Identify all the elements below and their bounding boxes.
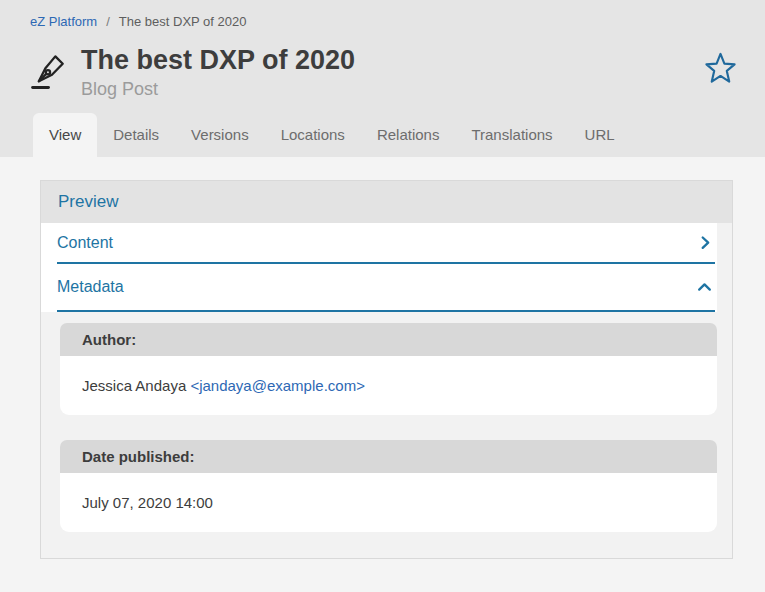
field-author: Author: Jessica Andaya <jandaya@example.… [60,323,717,415]
field-date-published-label: Date published: [60,440,717,473]
metadata-fields: Author: Jessica Andaya <jandaya@example.… [41,312,717,558]
pen-nib-icon [30,50,68,94]
preview-panel: Preview Content Metadata [40,180,733,559]
author-email-link[interactable]: <jandaya@example.com> [190,377,365,394]
field-author-label: Author: [60,323,717,356]
breadcrumb-home-link[interactable]: eZ Platform [30,14,97,29]
section-toggle-metadata-label: Metadata [57,278,124,296]
preview-panel-title: Preview [41,181,732,223]
field-author-value: Jessica Andaya <jandaya@example.com> [60,356,717,415]
tab-bar: View Details Versions Locations Relation… [33,113,765,157]
field-date-published: Date published: July 07, 2020 14:00 [60,440,717,532]
section-toggle-content-label: Content [57,234,113,252]
section-toggle-metadata[interactable]: Metadata [57,264,715,312]
content-type-label: Blog Post [81,79,355,100]
chevron-right-icon [698,235,712,250]
tab-relations[interactable]: Relations [361,113,456,157]
preview-panel-body: Content Metadata [41,223,717,558]
star-outline-icon [704,52,737,84]
tab-details[interactable]: Details [97,113,175,157]
title-block: The best DXP of 2020 Blog Post [81,45,355,100]
tab-locations[interactable]: Locations [265,113,361,157]
tab-versions[interactable]: Versions [175,113,265,157]
breadcrumb: eZ Platform / The best DXP of 2020 [0,0,765,32]
bookmark-button[interactable] [704,52,737,84]
author-name-text: Jessica Andaya [82,377,190,394]
main-content: Preview Content Metadata [0,180,765,559]
breadcrumb-separator: / [106,14,110,29]
field-date-published-value: July 07, 2020 14:00 [60,473,717,532]
tab-translations[interactable]: Translations [455,113,568,157]
page-title: The best DXP of 2020 [81,45,355,75]
tab-url[interactable]: URL [569,113,631,157]
chevron-up-icon [697,281,712,293]
tab-view[interactable]: View [33,113,97,157]
collapse-section-list: Content Metadata [41,223,717,312]
page-header: eZ Platform / The best DXP of 2020 The b… [0,0,765,157]
breadcrumb-current: The best DXP of 2020 [119,14,247,29]
title-row: The best DXP of 2020 Blog Post [0,32,765,100]
section-toggle-content[interactable]: Content [57,223,715,264]
